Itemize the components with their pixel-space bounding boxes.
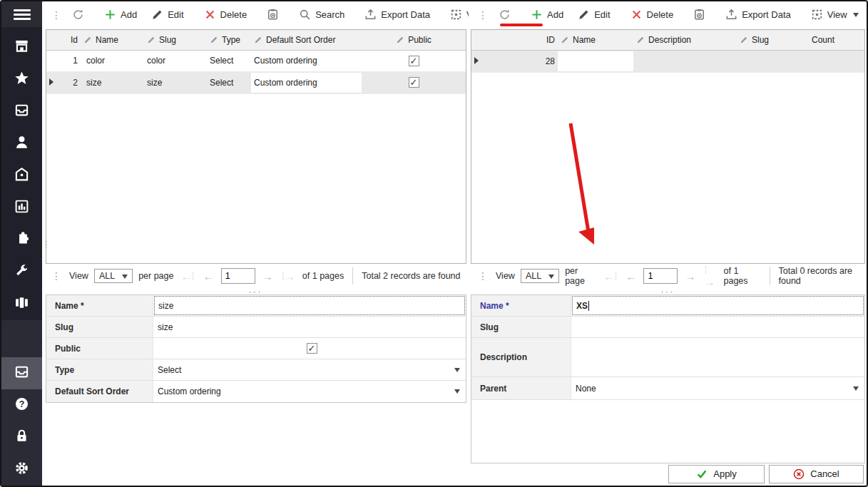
column-header-public[interactable]: Public <box>362 30 466 50</box>
add-button-highlighted[interactable]: Add <box>525 6 569 24</box>
toolbar-overflow-handle[interactable]: ⋮ <box>49 9 63 21</box>
description-field[interactable] <box>571 338 864 376</box>
refresh-button[interactable] <box>66 6 90 24</box>
last-page-button[interactable]: ⁞→ <box>703 264 718 288</box>
public-checkbox-checked[interactable]: ✓ <box>409 56 419 66</box>
public-field-label: Public <box>46 338 153 359</box>
edit-button[interactable]: Edit <box>145 6 189 24</box>
next-page-button[interactable]: → <box>261 270 275 282</box>
panel-splitter-handle[interactable]: ⋮ <box>41 239 51 250</box>
horizontal-splitter-handle[interactable]: ··· <box>469 288 867 294</box>
parent-select[interactable]: None <box>571 377 864 399</box>
public-checkbox-checked[interactable]: ✓ <box>409 77 419 88</box>
per-page-label: per page <box>565 266 596 286</box>
prev-page-button[interactable]: ← <box>202 270 215 282</box>
column-header-slug[interactable]: Slug <box>144 30 207 50</box>
bar-chart-icon <box>14 199 29 217</box>
circle-x-icon <box>793 468 805 480</box>
edit-button[interactable]: Edit <box>572 6 616 24</box>
chevron-down-icon <box>454 368 460 372</box>
last-page-button[interactable]: ⁞→ <box>280 270 297 282</box>
delete-button-label: Delete <box>220 9 247 20</box>
name-field-label: Name * <box>46 295 153 316</box>
slug-field[interactable] <box>571 317 864 337</box>
search-button[interactable]: Search <box>293 6 350 24</box>
next-page-button[interactable]: → <box>683 270 697 282</box>
sidebar-item-layout[interactable] <box>1 288 42 320</box>
column-header-id[interactable]: ID <box>483 30 558 50</box>
table-row-selected[interactable]: 2 size size Select Custom ordering ✓ <box>46 71 466 93</box>
column-header-slug[interactable]: Slug <box>737 30 805 50</box>
add-button-label: Add <box>547 9 563 20</box>
type-select[interactable]: Select <box>153 359 466 380</box>
first-page-button[interactable]: ←⁞ <box>179 270 195 282</box>
first-page-button[interactable]: ←⁞ <box>602 270 618 282</box>
sidebar-item-shop[interactable] <box>1 160 42 192</box>
toolbar-overflow-handle[interactable]: ⋮ <box>476 9 490 21</box>
chevron-down-icon <box>853 13 859 17</box>
sidebar-item-help[interactable]: ? <box>1 389 42 421</box>
table-row-selected[interactable]: 28 <box>471 50 864 72</box>
page-number-input[interactable] <box>643 268 678 284</box>
page-size-select[interactable]: ALL <box>94 269 133 283</box>
cancel-button[interactable]: Cancel <box>769 465 864 483</box>
pager-overflow-handle[interactable]: ⋮ <box>49 270 63 282</box>
export-data-button[interactable]: Export Data <box>359 6 436 24</box>
form-row-slug: Slug <box>471 317 864 338</box>
export-data-button[interactable]: Export Data <box>720 6 797 24</box>
horizontal-splitter-handle[interactable]: ··· <box>42 288 469 294</box>
sidebar-item-security[interactable] <box>1 421 42 453</box>
audit-button[interactable] <box>688 6 711 24</box>
prev-page-button[interactable]: ← <box>624 270 638 282</box>
pencil-icon <box>151 9 163 21</box>
help-icon: ? <box>14 396 29 414</box>
sidebar-item-users[interactable] <box>1 128 42 160</box>
refresh-button[interactable] <box>493 6 516 24</box>
apply-button[interactable]: Apply <box>668 465 765 483</box>
pager-overflow-handle[interactable]: ⋮ <box>476 270 490 282</box>
name-field[interactable]: size <box>154 296 465 315</box>
sidebar-item-attributes-active[interactable] <box>1 357 42 389</box>
column-header-default-sort-order[interactable]: Default Sort Order <box>251 30 362 50</box>
puzzle-icon <box>14 231 29 249</box>
page-size-select[interactable]: ALL <box>521 269 559 283</box>
grid-header-row: ID Name Description Slug Count <box>471 30 864 50</box>
sidebar-item-storefront[interactable] <box>1 31 42 63</box>
column-header-type[interactable]: Type <box>207 30 251 50</box>
column-header-name[interactable]: Name <box>558 30 633 50</box>
sidebar-menu-button[interactable] <box>1 1 42 27</box>
column-header-description[interactable]: Description <box>633 30 737 50</box>
form-row-default-sort-order: Default Sort Order Custom ordering <box>46 381 466 402</box>
column-header-name[interactable]: Name <box>81 30 144 50</box>
delete-button[interactable]: Delete <box>198 6 253 24</box>
name-field-wrap: XS <box>571 295 864 316</box>
pager-view-label: View <box>496 271 515 281</box>
column-header-id[interactable]: Id <box>58 30 81 50</box>
view-grid-icon <box>811 9 823 21</box>
cell-id: 2 <box>58 71 81 93</box>
add-button[interactable]: Add <box>98 6 143 24</box>
view-dropdown-button[interactable]: View <box>805 6 864 24</box>
export-data-label: Export Data <box>742 9 791 20</box>
column-header-count[interactable]: Count <box>805 30 864 50</box>
pencil-icon <box>578 9 590 21</box>
sidebar-item-settings[interactable] <box>1 453 42 486</box>
public-form-checkbox-checked[interactable]: ✓ <box>307 343 317 354</box>
sort-order-select[interactable]: Custom ordering <box>153 381 466 402</box>
slug-field[interactable]: size <box>153 317 466 337</box>
sidebar-item-archive[interactable] <box>1 96 42 128</box>
cell-name-editing[interactable] <box>558 50 633 72</box>
storefront-icon <box>14 39 29 56</box>
view-dropdown-button[interactable]: View <box>444 6 469 24</box>
name-field-focused[interactable]: XS <box>572 296 864 315</box>
page-number-input[interactable] <box>221 268 255 284</box>
sidebar-item-reports[interactable] <box>1 192 42 224</box>
sidebar-item-favorites[interactable] <box>1 63 42 96</box>
name-field-wrap: size <box>153 295 466 316</box>
attribute-edit-form: Name * size Slug size Public ✓ Type Sele… <box>46 294 466 403</box>
table-row[interactable]: 1 color color Select Custom ordering ✓ <box>46 50 466 71</box>
sidebar-item-plugins[interactable] <box>1 224 42 256</box>
audit-button[interactable] <box>261 6 285 24</box>
sidebar-item-tools[interactable] <box>1 256 42 288</box>
delete-button[interactable]: Delete <box>625 6 680 24</box>
